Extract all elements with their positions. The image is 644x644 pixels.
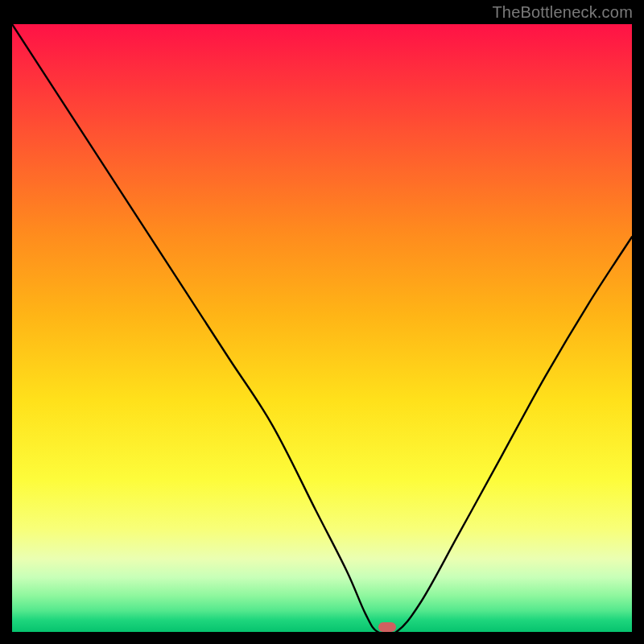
- plot-area: [12, 24, 632, 632]
- watermark-text: TheBottleneck.com: [492, 3, 633, 22]
- bottleneck-curve: [12, 24, 632, 632]
- optimal-point-marker: [378, 622, 396, 632]
- chart-frame: TheBottleneck.com: [0, 0, 644, 644]
